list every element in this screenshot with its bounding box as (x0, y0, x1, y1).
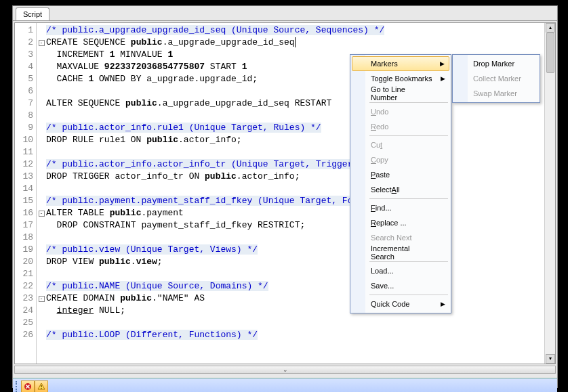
line-number: 7 (15, 97, 36, 110)
line-number: 1 (15, 24, 36, 37)
warning-button[interactable] (35, 380, 48, 393)
line-number: 2 (15, 37, 36, 49)
menu-item-save[interactable]: Save... (352, 278, 449, 293)
fold-cell: - (37, 37, 46, 49)
scroll-thumb[interactable] (546, 32, 554, 73)
menu-item-drop-marker[interactable]: Drop Marker (454, 56, 538, 71)
code-line[interactable]: ALTER TABLE public.payment (46, 207, 544, 219)
code-line[interactable]: DROP TRIGGER actor_info_tr ON public.act… (46, 171, 544, 183)
fold-cell: - (37, 292, 46, 305)
menu-item-select-all[interactable]: Select All (352, 182, 449, 197)
line-number: 3 (15, 49, 36, 61)
code-line[interactable]: DROP CONSTRAINT payment_staff_id_fkey RE… (46, 219, 544, 232)
code-line[interactable]: CREATE SEQUENCE public.a_upgrade_upgrade… (46, 37, 544, 49)
fold-toggle[interactable]: - (39, 296, 45, 302)
chevron-down-icon: ⌄ (283, 366, 288, 373)
menu-item-go-to-line-number[interactable]: Go to Line Number (352, 86, 449, 101)
line-number: 16 (15, 207, 36, 219)
line-number-gutter: 1234567891011121314151617181920212223242… (15, 23, 37, 364)
menu-item-swap-marker: Swap Marker (454, 86, 538, 101)
tab-script[interactable]: Script (16, 7, 49, 20)
line-number: 4 (15, 61, 36, 73)
status-bar (13, 378, 557, 392)
code-line[interactable] (46, 317, 544, 329)
menu-item-load[interactable]: Load... (352, 263, 449, 278)
menu-item-incremental-search[interactable]: Incremental Search (352, 245, 449, 260)
code-line[interactable]: /* public.actor_info.rule1 (Unique Targe… (46, 122, 544, 134)
fold-cell (37, 268, 46, 280)
fold-toggle[interactable]: - (39, 211, 45, 217)
fold-cell (37, 219, 46, 232)
code-line[interactable]: integer NULL; (46, 305, 544, 317)
line-number: 10 (15, 134, 36, 146)
code-line[interactable] (46, 268, 544, 280)
line-number: 15 (15, 195, 36, 207)
context-menu[interactable]: Markers▶Toggle Bookmarks▶Go to Line Numb… (350, 54, 451, 313)
fold-cell: - (37, 207, 46, 219)
code-line[interactable]: /* public.a_upgrade_upgrade_id_seq (Uniq… (46, 24, 544, 37)
menu-item-paste[interactable]: Paste (352, 167, 449, 182)
line-number: 9 (15, 122, 36, 134)
line-number: 18 (15, 232, 36, 244)
submenu-arrow-icon: ▶ (441, 301, 445, 307)
fold-cell (37, 158, 46, 171)
menu-item-undo: Undo (352, 104, 449, 119)
code-line[interactable]: /* public.payment.payment_staff_id_fkey … (46, 195, 544, 207)
line-number: 21 (15, 268, 36, 280)
code-line[interactable]: DROP RULE rule1 ON public.actor_info; (46, 134, 544, 146)
code-line[interactable] (46, 146, 544, 158)
markers-submenu[interactable]: Drop MarkerCollect MarkerSwap Marker (452, 54, 540, 103)
line-number: 24 (15, 305, 36, 317)
menu-item-find[interactable]: Find... (352, 200, 449, 215)
grip-icon (16, 381, 20, 392)
code-line[interactable]: CREATE DOMAIN public."NAME" AS (46, 292, 544, 305)
fold-cell (37, 122, 46, 134)
menu-separator (369, 261, 448, 262)
code-line[interactable] (46, 110, 544, 122)
menu-separator (369, 198, 448, 199)
line-number: 6 (15, 85, 36, 97)
scroll-up-button[interactable]: ▴ (546, 23, 555, 32)
error-icon (24, 383, 32, 391)
submenu-arrow-icon: ▶ (441, 75, 445, 82)
fold-cell (37, 134, 46, 146)
fold-cell (37, 317, 46, 329)
fold-cell (37, 195, 46, 207)
warning-icon (37, 383, 45, 391)
line-number: 19 (15, 244, 36, 256)
menu-item-quick-code[interactable]: Quick Code▶ (352, 297, 449, 311)
fold-cell (37, 305, 46, 317)
fold-cell (37, 97, 46, 110)
code-line[interactable]: /* public.NAME (Unique Source, Domains) … (46, 280, 544, 292)
panel-collapse-bar[interactable]: ⌄ (14, 366, 556, 374)
code-line[interactable]: DROP VIEW public.view; (46, 256, 544, 268)
menu-separator (369, 102, 448, 103)
tab-bar: Script (13, 6, 557, 21)
code-line[interactable] (46, 232, 544, 244)
menu-item-toggle-bookmarks[interactable]: Toggle Bookmarks▶ (352, 71, 449, 86)
menu-item-replace[interactable]: Replace ... (352, 215, 449, 230)
menu-item-redo: Redo (352, 119, 449, 134)
vertical-scrollbar[interactable]: ▴ ▾ (544, 23, 555, 364)
line-number: 5 (15, 73, 36, 85)
code-line[interactable]: /* public.LOOP (Different, Functions) */ (46, 329, 544, 341)
line-number: 12 (15, 158, 36, 171)
fold-cell (37, 171, 46, 183)
line-number: 26 (15, 329, 36, 341)
fold-toggle[interactable]: - (39, 40, 45, 46)
fold-cell (37, 280, 46, 292)
svg-rect-1 (41, 385, 41, 387)
code-line[interactable] (46, 183, 544, 195)
code-line[interactable]: /* public.actor_info.actor_info_tr (Uniq… (46, 158, 544, 171)
line-number: 22 (15, 280, 36, 292)
fold-cell (37, 232, 46, 244)
fold-cell (37, 73, 46, 85)
menu-item-markers[interactable]: Markers▶ (352, 56, 449, 71)
line-number: 14 (15, 183, 36, 195)
error-button[interactable] (21, 380, 35, 393)
line-number: 13 (15, 171, 36, 183)
scroll-down-button[interactable]: ▾ (546, 354, 555, 364)
menu-item-copy: Copy (352, 152, 449, 167)
code-line[interactable]: /* public.view (Unique Target, Views) */ (46, 244, 544, 256)
line-number: 11 (15, 146, 36, 158)
